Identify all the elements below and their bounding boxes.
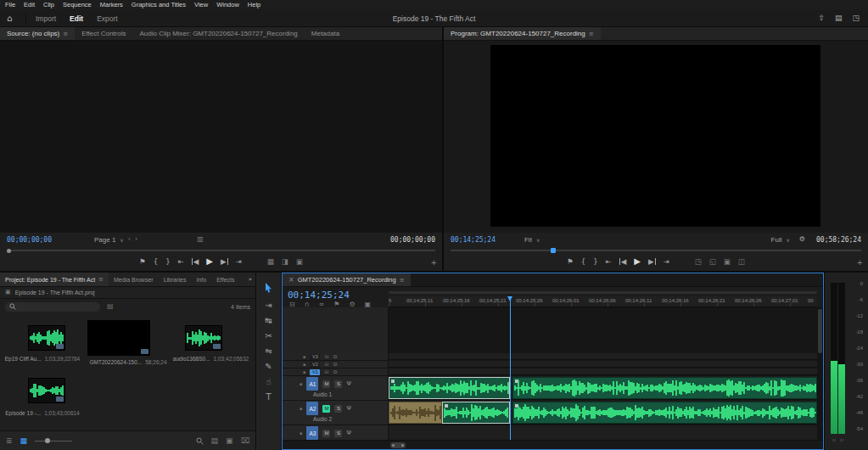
timeline-ruler[interactable]: 6 00;14;25;11 00;14;25;16 00;14;25;21 00… (389, 296, 817, 307)
type-tool[interactable]: T (256, 392, 281, 402)
display-mode-icon[interactable]: ▥ (197, 236, 204, 243)
tab-program[interactable]: Program: GMT20220624-150727_Recording ≡ (444, 27, 601, 40)
panel-menu-icon[interactable]: ≡ (589, 31, 594, 37)
insert-button[interactable]: ▦ (267, 258, 274, 266)
timeline-horizontal-scrollbar[interactable] (283, 440, 823, 449)
project-item-label[interactable]: audio1368S0... 1;03;42;05632 (166, 356, 255, 362)
search-box[interactable] (5, 302, 100, 312)
menu-item-edit[interactable]: Edit (24, 1, 35, 8)
export-frame-button[interactable]: ▣ (724, 258, 731, 266)
slip-tool[interactable]: ⇋ (256, 346, 281, 356)
tab-metadata[interactable]: Metadata (305, 27, 346, 40)
find-icon[interactable] (196, 437, 204, 445)
playback-resolution-selector[interactable]: Full (771, 236, 782, 244)
tab-timeline-sequence[interactable]: × GMT20220624-150727_Recording ≡ (283, 273, 411, 286)
track-content-v2[interactable] (389, 361, 817, 368)
audio-clip-a2-tan[interactable] (389, 402, 442, 424)
lift-button[interactable]: ◳ (695, 258, 702, 266)
panel-menu-icon[interactable]: ≡ (98, 276, 104, 283)
tab-libraries[interactable]: Libraries (159, 273, 192, 286)
list-view-icon[interactable]: ≣ (6, 437, 13, 445)
new-bin-icon[interactable]: ▤ (211, 437, 219, 445)
workspace-tab-edit[interactable]: Edit (70, 14, 83, 23)
tab-info[interactable]: Info (192, 273, 212, 286)
track-name[interactable]: Audio 2 (283, 416, 388, 422)
track-badge-a2[interactable]: A2 (306, 402, 318, 415)
mark-in-button[interactable]: { (581, 258, 585, 266)
sync-lock-icon[interactable]: ⊟ (324, 369, 328, 374)
project-item-thumb-video[interactable] (87, 320, 150, 356)
lock-icon[interactable]: ▪ (303, 363, 305, 367)
lock-icon[interactable]: ▪ (300, 382, 302, 386)
go-to-out-button[interactable]: ⇥ (664, 258, 669, 266)
source-playhead-grip[interactable] (7, 249, 11, 253)
menu-item-file[interactable]: File (5, 1, 15, 8)
search-bin-icon[interactable]: ▤ (107, 303, 114, 310)
play-button[interactable]: ▶ (634, 257, 641, 266)
track-select-forward-tool[interactable]: ⇥ (256, 301, 281, 310)
sync-lock-icon[interactable]: ⊟ (324, 362, 328, 367)
track-badge-a1[interactable]: A1 (306, 377, 318, 391)
scrollbar-zoom-handle[interactable] (390, 442, 406, 448)
quick-export-icon[interactable]: ⇧ (818, 14, 825, 22)
menu-item-graphics[interactable]: Graphics and Titles (132, 1, 186, 8)
tab-effect-controls[interactable]: Effect Controls (75, 27, 132, 40)
playhead-head[interactable] (507, 296, 512, 301)
track-badge-v2[interactable]: V2 (310, 362, 320, 368)
zoom-slider[interactable] (35, 437, 72, 445)
workspace-tab-export[interactable]: Export (97, 14, 118, 23)
breadcrumb[interactable]: Episode 19 - The Fifth Act.proj (15, 290, 95, 295)
program-timecode[interactable]: 00;14;25;24 (451, 236, 496, 244)
project-item-label[interactable]: GMT20220624-150... 58;26;24 (83, 359, 173, 365)
timeline-timecode[interactable]: 00;14;25;24 (288, 290, 350, 301)
mic-icon[interactable]: Ψ (346, 381, 351, 387)
icon-view-icon[interactable]: ▦ (20, 437, 28, 445)
solo-button[interactable]: S (334, 430, 342, 437)
page-selector[interactable]: Page 1 (94, 236, 115, 244)
track-content-v3[interactable] (389, 353, 817, 360)
search-input[interactable] (20, 304, 96, 310)
lock-icon[interactable]: ▪ (300, 431, 302, 436)
button-editor-plus[interactable]: + (430, 259, 437, 267)
project-item-thumb-audio2[interactable] (185, 325, 222, 351)
scrollbar-thumb[interactable] (818, 309, 822, 353)
timeline-vertical-scrollbar[interactable] (817, 307, 823, 440)
track-content-a3[interactable] (389, 425, 817, 440)
step-back-button[interactable]: ◀ (192, 258, 199, 266)
mic-icon[interactable]: Ψ (346, 430, 351, 436)
track-name[interactable]: Audio 1 (283, 391, 388, 397)
sync-lock-icon[interactable]: ⊟ (324, 354, 328, 359)
lock-icon[interactable]: ▪ (303, 370, 305, 374)
menu-item-sequence[interactable]: Sequence (63, 1, 92, 8)
program-video-frame[interactable] (490, 45, 820, 227)
home-icon[interactable]: ⌂ (7, 14, 12, 23)
mark-in-button[interactable]: { (154, 258, 158, 266)
mic-icon[interactable]: Ψ (346, 406, 351, 412)
selection-tool[interactable] (256, 283, 281, 295)
lock-icon[interactable]: ▪ (300, 407, 302, 411)
toggle-track-output-icon[interactable]: ⊙ (333, 354, 337, 359)
close-icon[interactable]: × (288, 277, 294, 284)
zoom-slider-knob[interactable] (45, 438, 50, 443)
step-forward-button[interactable]: ▶ (221, 258, 228, 266)
comparison-view-button[interactable]: ◫ (738, 258, 745, 266)
solo-button[interactable]: S (334, 380, 342, 388)
menu-item-clip[interactable]: Clip (43, 1, 54, 8)
tab-audio-clip-mixer[interactable]: Audio Clip Mixer: GMT20220624-150727_Rec… (132, 27, 304, 40)
audio-clip-a1-right[interactable] (512, 377, 817, 399)
toggle-track-output-icon[interactable]: ⊙ (333, 369, 337, 374)
menu-item-help[interactable]: Help (248, 1, 260, 8)
fullscreen-icon[interactable]: ◳ (852, 14, 860, 22)
solo-button[interactable]: S (334, 405, 342, 413)
audio-clip-a2-right[interactable] (512, 402, 817, 424)
toggle-track-output-icon[interactable]: ⊙ (333, 362, 337, 367)
mute-button[interactable]: M (322, 405, 330, 413)
new-item-icon[interactable]: ▣ (226, 437, 233, 445)
add-marker-button[interactable]: ⚑ (139, 258, 146, 266)
workspace-tab-import[interactable]: Import (36, 14, 56, 23)
pen-tool[interactable]: ✎ (256, 362, 281, 371)
track-badge-a3[interactable]: A3 (306, 426, 318, 440)
playhead[interactable] (510, 296, 511, 440)
lock-icon[interactable]: ▪ (303, 355, 305, 359)
tab-source[interactable]: Source: (no clips) ≡ (0, 27, 75, 40)
